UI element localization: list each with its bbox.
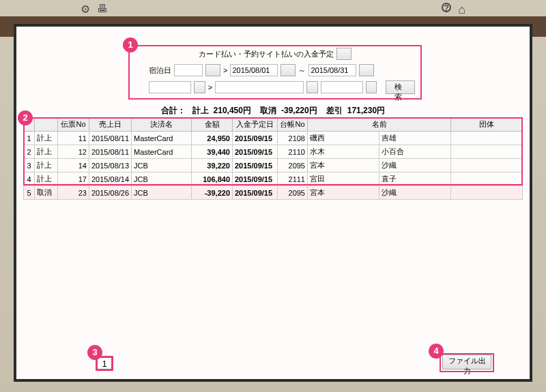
table-row[interactable]: 3計上142015/08/13JCB39,2202015/09/152095宮本… [24,159,523,172]
search-button[interactable]: 検 索 [386,80,415,94]
filter-c-input[interactable] [321,81,363,93]
cell-ledger: 2111 [278,172,308,186]
cell-status: 取消 [35,186,58,200]
callout-4: 4 [429,344,444,359]
cell-slip: 12 [58,145,89,159]
gt-2: > [208,83,212,91]
filter-a-picker[interactable] [194,81,205,93]
table-header-row: 伝票No 売上日 決済名 金額 入金予定日 台帳No 名前 団体 [24,118,523,132]
cell-status: 計上 [35,132,58,145]
cell-slip: 23 [58,186,89,200]
filter-c-picker[interactable] [366,81,377,93]
tilde: ～ [298,65,306,76]
cell-amount: 24,950 [192,132,233,145]
search-title: カード払い・予約サイト払いの入金予定 [199,49,334,59]
filter-b-picker[interactable] [306,81,318,93]
cell-amount: -39,220 [192,186,233,200]
col-sales-date[interactable]: 売上日 [89,118,132,132]
cell-payment: JCB [132,186,192,200]
col-slip-no[interactable]: 伝票No [58,118,89,132]
cell-amount: 39,440 [192,145,233,159]
filter-a-input[interactable] [149,81,191,93]
cell-index: 3 [24,159,35,172]
main-panel: 1 カード払い・予約サイト払いの入金予定 宿泊日 > ～ > 検 索 [14,24,532,382]
toolbar-left: ⚙ 🖶 [81,3,108,16]
col-ledger-no[interactable]: 台帳No [278,118,308,132]
summary-cancel-value: -39,220円 [281,106,317,115]
callout-2: 2 [18,110,33,125]
cell-ledger: 2108 [278,132,308,145]
cell-group [451,186,523,200]
cell-slip: 11 [58,132,89,145]
cell-ledger: 2095 [278,159,308,172]
callout-3: 3 [87,345,102,360]
cell-group [451,172,523,186]
cell-group [451,132,523,145]
cell-deposit: 2015/09/15 [233,145,278,159]
cell-deposit: 2015/09/15 [233,186,278,200]
summary-keijo-label: 計上 [192,106,209,115]
date-to-picker[interactable] [359,64,374,76]
cell-group [451,145,523,159]
stay-type-input[interactable] [174,64,203,76]
page-number[interactable]: 1 [97,357,112,370]
cell-slip: 17 [58,172,89,186]
summary-diff-label: 差引 [326,106,343,115]
cell-deposit: 2015/09/15 [233,172,278,186]
cell-firstname: 沙織 [379,186,451,200]
home-icon[interactable]: ⌂ [458,3,465,17]
date-to-input[interactable] [308,64,356,76]
table-row[interactable]: 5取消232015/08/26JCB-39,2202015/09/152095宮… [24,186,523,200]
file-output-button[interactable]: ファイル出力 [442,355,491,370]
table-row[interactable]: 4計上172015/08/14JCB106,8402015/09/152111宮… [24,172,523,186]
date-from-input[interactable] [230,64,278,76]
cell-ledger: 2110 [278,145,308,159]
summary-diff-value: 171,230円 [347,106,385,115]
summary-total-label: 合計： [161,106,186,115]
cell-firstname: 直子 [379,172,451,186]
cell-lastname: 磯西 [308,132,379,145]
gt-1: > [223,66,227,74]
cell-status: 計上 [35,145,58,159]
col-amount[interactable]: 金額 [192,118,233,132]
help-icon[interactable]: ? [442,3,451,12]
cell-date: 2015/08/13 [89,159,132,172]
cell-deposit: 2015/09/15 [233,159,278,172]
col-deposit-date[interactable]: 入金予定日 [233,118,278,132]
cell-index: 2 [24,145,35,159]
cell-slip: 14 [58,159,89,172]
date-from-picker[interactable] [281,64,296,76]
cell-firstname: 沙織 [379,159,451,172]
col-status [35,118,58,132]
col-payment-name[interactable]: 決済名 [132,118,192,132]
results-table: 伝票No 売上日 決済名 金額 入金予定日 台帳No 名前 団体 1計上1120… [23,117,523,200]
cell-payment: JCB [132,159,192,172]
cell-amount: 106,840 [192,172,233,186]
cell-date: 2015/08/26 [89,186,132,200]
cell-payment: JCB [132,172,192,186]
stay-type-picker[interactable] [205,64,220,76]
cell-lastname: 宮田 [308,172,379,186]
filter-b-input[interactable] [215,81,304,93]
cell-index: 5 [24,186,35,200]
stay-date-label: 宿泊日 [149,65,171,76]
callout-1: 1 [123,37,138,52]
cell-date: 2015/08/11 [89,145,132,159]
cell-firstname: 吉雄 [379,132,451,145]
col-group[interactable]: 団体 [451,118,523,132]
cell-payment: MasterCard [132,132,192,145]
results-table-wrap: 伝票No 売上日 決済名 金額 入金予定日 台帳No 名前 団体 1計上1120… [23,117,523,200]
title-picker-button[interactable] [336,48,351,60]
col-name[interactable]: 名前 [308,118,451,132]
summary-line: 合計： 計上 210,450円 取消 -39,220円 差引 171,230円 [16,105,530,117]
print-icon[interactable]: 🖶 [97,3,108,16]
cell-lastname: 宮本 [308,186,379,200]
cell-firstname: 小百合 [379,145,451,159]
cell-lastname: 宮本 [308,159,379,172]
gear-icon[interactable]: ⚙ [81,3,90,16]
cell-group [451,159,523,172]
cell-date: 2015/08/11 [89,132,132,145]
cell-ledger: 2095 [278,186,308,200]
table-row[interactable]: 1計上112015/08/11MasterCard24,9502015/09/1… [24,132,523,145]
table-row[interactable]: 2計上122015/08/11MasterCard39,4402015/09/1… [24,145,523,159]
